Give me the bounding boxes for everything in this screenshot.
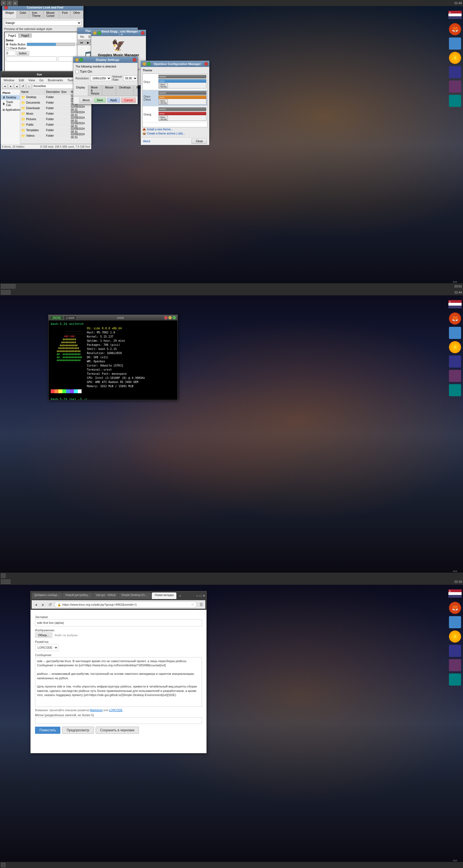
- disp-tab-moveresize[interactable]: Move & Resize: [88, 85, 102, 96]
- clf-entry-field[interactable]: [6, 57, 57, 61]
- dock-teal-s3[interactable]: [449, 673, 462, 686]
- clf-tab-color[interactable]: Color: [17, 10, 29, 18]
- gmm-prev-btn[interactable]: ⏮: [79, 40, 85, 45]
- gmm-menu-file[interactable]: No: [78, 35, 86, 38]
- disp-about-btn[interactable]: About: [80, 97, 93, 103]
- dock-flag-s2[interactable]: [449, 298, 462, 311]
- clf-tab-widget[interactable]: Widget: [2, 10, 17, 18]
- browser-forward-btn[interactable]: ▸: [40, 601, 46, 608]
- form-preview-btn[interactable]: Предпросмотр: [62, 726, 94, 734]
- browser-tab-add[interactable]: +: [177, 592, 183, 599]
- dock-icon-7[interactable]: [449, 94, 462, 107]
- disp-save-btn[interactable]: Save: [94, 97, 106, 103]
- taskbar-icon-2[interactable]: ☰: [7, 1, 12, 5]
- obcm-theme-onyx[interactable]: Onyx Inactive Active: [143, 74, 207, 90]
- gmm-play-btn[interactable]: ▶: [85, 40, 91, 45]
- form-size-select[interactable]: LORCODE: [35, 644, 58, 651]
- obcm-theme-orang[interactable]: Orang Inactive Active: [143, 106, 207, 123]
- clf-tab-other[interactable]: Other: [70, 10, 83, 18]
- fm-menu-view[interactable]: View: [26, 79, 37, 82]
- table-row[interactable]: 📁Public Folder 02/09/2024 00:31: [20, 122, 91, 128]
- dock-s3-6[interactable]: [449, 658, 462, 672]
- dock-s2-6[interactable]: [449, 369, 462, 382]
- term-tab-new[interactable]: [NEW]: [50, 316, 63, 320]
- obcm-max-btn[interactable]: [147, 62, 151, 66]
- dock-blue-s3[interactable]: [449, 616, 462, 629]
- fm-col-size[interactable]: Size: [60, 90, 70, 93]
- clf-inner-tab-page1[interactable]: Page1: [6, 33, 19, 38]
- table-row[interactable]: 📁Music Folder 02/09/2024 00:31: [20, 111, 91, 117]
- term-titlebar[interactable]: [NEW] 1-shell urxvt: [49, 315, 178, 320]
- obcm-install-btn[interactable]: 📥 Install a new theme...: [143, 127, 208, 131]
- dock-flag-icon[interactable]: [449, 8, 462, 22]
- obcm-close-btn-title[interactable]: [204, 62, 208, 66]
- fm-sidebar-trash[interactable]: 🗑 Trash Can: [1, 100, 20, 107]
- clf-widget-select[interactable]: Raleigh: [4, 20, 82, 26]
- disp-tab-display[interactable]: Display: [73, 85, 88, 96]
- dock-s2-5[interactable]: [449, 355, 462, 368]
- dock-ff-s3[interactable]: 🦊: [449, 601, 462, 615]
- browser-menu-btn[interactable]: ☰: [198, 601, 204, 608]
- obcm-titlebar[interactable]: Openbox Configuration Manager: [141, 61, 209, 67]
- form-title-input[interactable]: [35, 619, 202, 626]
- browser-url-bar[interactable]: 🔒 https://www.linux.org.ru/add.jsp?group…: [54, 601, 197, 608]
- obcm-min-btn[interactable]: [143, 62, 146, 66]
- about-min-btn[interactable]: [93, 31, 97, 35]
- browser-back-btn[interactable]: ◂: [33, 601, 39, 608]
- tb-icon-2[interactable]: [6, 284, 10, 288]
- disp-tab-mouse[interactable]: Mouse: [102, 85, 116, 96]
- dock-s3-5[interactable]: [449, 644, 462, 657]
- taskbar-icon-1[interactable]: ⊞: [1, 1, 6, 5]
- dock-yellow-s2[interactable]: 🌟: [449, 341, 462, 354]
- obcm-close-button[interactable]: Close: [191, 138, 207, 144]
- dock-icon-6[interactable]: [449, 80, 462, 93]
- clf-checkbox-1[interactable]: [6, 47, 8, 50]
- clf-demo-button[interactable]: button: [17, 51, 29, 56]
- fm-sidebar-desktop[interactable]: 🖥 Desktop: [1, 95, 20, 100]
- browser-maximize-btn[interactable]: □: [199, 594, 202, 598]
- dock-teal-s2[interactable]: [449, 383, 462, 397]
- fm-menu-edit[interactable]: Edit: [17, 79, 26, 82]
- footer-lorcode-link[interactable]: LORCODE: [109, 709, 122, 712]
- about-max-btn[interactable]: [97, 31, 101, 35]
- dock-ff-s2[interactable]: 🦊: [449, 312, 462, 325]
- fm-back-btn[interactable]: ◂: [2, 84, 7, 89]
- clf-close-btn[interactable]: [4, 5, 8, 9]
- fm-sidebar-apps[interactable]: ⊞ Applications: [1, 107, 20, 112]
- browser-tab-1[interactable]: Новый дистрибуц...: [63, 592, 93, 599]
- tb-s3-icon-1[interactable]: [1, 580, 5, 584]
- browser-star-icon[interactable]: ☆: [191, 602, 194, 607]
- clf-tab-cursor[interactable]: Mouse Cursor: [43, 10, 59, 18]
- tb-icon-3[interactable]: [11, 284, 16, 288]
- fm-menu-window[interactable]: Window: [1, 79, 17, 82]
- tb-s2-icon-2[interactable]: [6, 290, 10, 294]
- disp-min-btn[interactable]: [75, 58, 79, 62]
- table-row[interactable]: 📁Pictures Folder 02/09/2024 00:31: [20, 117, 91, 122]
- clf-tab-icontheme[interactable]: Icon Theme: [29, 10, 43, 18]
- dock-icon-5[interactable]: [449, 66, 462, 79]
- form-draft-btn[interactable]: Сохранить в черновик: [96, 726, 139, 734]
- disp-turnon-checkbox[interactable]: [75, 70, 79, 73]
- term-close-btn[interactable]: [164, 316, 167, 319]
- form-tags-input[interactable]: [35, 717, 202, 724]
- clf-tab-font[interactable]: Font: [59, 10, 70, 18]
- table-row[interactable]: 📁Templates Folder 02/09/2024 00:31: [20, 128, 91, 133]
- browser-minimize-btn[interactable]: ─: [196, 594, 198, 598]
- disp-close-btn[interactable]: [132, 58, 136, 62]
- term-tab-shell[interactable]: 1-shell: [64, 316, 76, 320]
- table-row[interactable]: 📁Downloads Folder 02/09/2024 00:31: [20, 105, 91, 111]
- clf-spinbutton[interactable]: 0: [6, 51, 16, 56]
- dock-yellow-icon[interactable]: 🌟: [449, 51, 462, 64]
- browser-tab-2[interactable]: sde-gui - Github: [93, 592, 118, 599]
- dock-blue-s2[interactable]: [449, 326, 462, 340]
- taskbar-icon-3[interactable]: ▤: [13, 1, 18, 5]
- dock-blue-icon[interactable]: [449, 37, 462, 50]
- browser-tab-0[interactable]: Добавить сообще...: [32, 592, 62, 599]
- tb-s2-bottom-icon[interactable]: [1, 574, 5, 578]
- fm-forward-btn[interactable]: ▸: [8, 84, 13, 89]
- tb-s2-icon-1[interactable]: [1, 290, 5, 294]
- form-submit-btn[interactable]: Поместить: [35, 726, 60, 734]
- disp-apply-btn[interactable]: Apply: [107, 97, 120, 103]
- fm-up-btn[interactable]: ▴: [14, 84, 20, 89]
- term-max-btn[interactable]: [173, 316, 176, 319]
